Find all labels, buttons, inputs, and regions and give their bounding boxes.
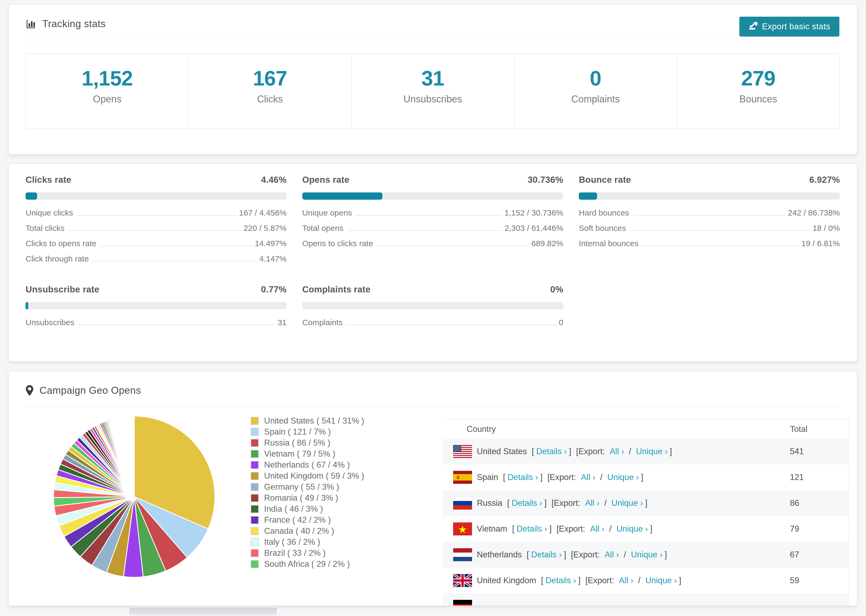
bounce-rate-value: 6.927% [809, 175, 840, 185]
table-row-spain: Spain [Details ›] [Export:All ›/Unique ›… [443, 464, 849, 490]
legend-item[interactable]: France ( 42 / 2% ) [251, 514, 364, 525]
legend-item[interactable]: Germany ( 55 / 3% ) [251, 481, 364, 492]
legend-item[interactable]: Spain ( 121 / 7% ) [251, 426, 364, 437]
legend-item[interactable]: Vietnam ( 79 / 5% ) [251, 448, 364, 459]
legend-swatch [251, 472, 259, 480]
export-all-link[interactable]: All › [585, 498, 600, 508]
geo-pie-chart [49, 412, 219, 581]
export-unique-link[interactable]: Unique › [636, 447, 668, 456]
geo-title-wrap: Campaign Geo Opens [25, 385, 141, 396]
export-unique-link[interactable]: Unique › [616, 524, 648, 534]
stat-value: 1,152 / 30.736% [505, 208, 564, 217]
legend-label: Brazil ( 33 / 2% ) [264, 548, 326, 558]
details-link[interactable]: Details › [545, 576, 576, 585]
complaints-rate-value: 0% [550, 284, 563, 295]
country-name: United States [477, 447, 527, 456]
opens-rate-block: Opens rate 30.736% Unique opens1,152 / 3… [302, 175, 564, 270]
unsubscribes-count: 31 [351, 68, 514, 89]
legend-item[interactable]: Italy ( 36 / 2% ) [251, 536, 364, 547]
legend-label: Italy ( 36 / 2% ) [264, 537, 320, 547]
export-all-link[interactable]: All › [610, 447, 624, 456]
table-row-netherlands: Netherlands [Details ›] [Export:All ›/Un… [443, 542, 849, 567]
legend-item[interactable]: United Kingdom ( 59 / 3% ) [251, 470, 364, 481]
germany-flag-icon [453, 600, 472, 606]
horizontal-scrollbar[interactable] [129, 608, 277, 615]
clicks-rate-title: Clicks rate [25, 175, 71, 185]
export-unique-link[interactable]: Unique › [607, 473, 639, 482]
legend-label: Russia ( 86 / 5% ) [264, 438, 330, 448]
legend-item[interactable]: Canada ( 40 / 2% ) [251, 525, 364, 536]
details-link[interactable]: Details › [536, 447, 567, 456]
legend-item[interactable]: Russia ( 86 / 5% ) [251, 437, 364, 448]
stat-bounces: 279 Bounces [677, 54, 839, 129]
stat-value: 220 / 5.87% [244, 224, 287, 233]
stat-label: Clicks to opens rate [25, 239, 96, 248]
country-name: Russia [477, 498, 502, 508]
legend-swatch [251, 450, 259, 458]
stat-value: 19 / 6.81% [801, 239, 840, 248]
table-row-united-kingdom: United Kingdom [Details ›] [Export:All ›… [443, 567, 849, 593]
progress-fill [579, 192, 597, 200]
export-all-link[interactable]: All › [581, 473, 595, 482]
details-link[interactable]: Details › [516, 524, 547, 534]
stats-summary-panel: 1,152 Opens 167 Clicks 31 Unsubscribes 0… [25, 53, 840, 129]
progress-fill [25, 302, 28, 310]
legend-label: Romania ( 49 / 3% ) [264, 493, 339, 503]
legend-swatch [251, 428, 259, 436]
clicks-count: 167 [189, 68, 351, 89]
legend-item[interactable]: Brazil ( 33 / 2% ) [251, 547, 364, 558]
export-all-link[interactable]: All › [605, 550, 619, 559]
tracking-stats-header: Tracking stats Export basic stats [25, 5, 840, 40]
country-total: 59 [790, 576, 799, 585]
unsubscribe-rate-block: Unsubscribe rate 0.77% Unsubscribes31 [25, 284, 287, 333]
russia-flag-icon [453, 497, 472, 509]
total-column-header: Total [790, 424, 808, 434]
legend-item[interactable]: United States ( 541 / 31% ) [251, 415, 364, 426]
details-link[interactable]: Details › [512, 498, 542, 508]
legend-swatch [251, 483, 259, 491]
opens-label: Opens [26, 94, 188, 105]
bounce-rate-title: Bounce rate [579, 175, 631, 185]
geo-legend: United States ( 541 / 31% )Spain ( 121 /… [251, 415, 364, 569]
complaints-rate-title: Complaints rate [302, 284, 371, 295]
legend-swatch [251, 461, 259, 469]
complaints-count: 0 [515, 68, 677, 89]
legend-item[interactable]: South Africa ( 29 / 2% ) [251, 558, 364, 569]
bounce-rate-progress [579, 192, 840, 200]
country-name: United Kingdom [477, 576, 536, 585]
stat-label: Hard bounces [579, 208, 629, 217]
table-row-vietnam: Vietnam [Details ›] [Export:All ›/Unique… [443, 516, 849, 542]
details-link[interactable]: Details › [531, 550, 562, 559]
legend-item[interactable]: Netherlands ( 67 / 4% ) [251, 459, 364, 470]
page-title: Tracking stats [42, 18, 106, 30]
legend-item[interactable]: India ( 46 / 3% ) [251, 503, 364, 514]
stat-value: 0 [559, 318, 564, 327]
export-all-link[interactable]: All › [590, 524, 604, 534]
export-unique-link[interactable]: Unique › [612, 498, 643, 508]
country-total: 541 [790, 447, 804, 456]
bar-chart-icon [25, 19, 36, 29]
opens-rate-value: 30.736% [527, 175, 563, 185]
export-unique-link[interactable]: Unique › [631, 550, 663, 559]
legend-swatch [251, 538, 259, 546]
clicks-label: Clicks [189, 94, 351, 105]
vietnam-flag-icon [453, 522, 472, 535]
legend-label: South Africa ( 29 / 2% ) [264, 559, 350, 569]
country-name: Spain [477, 473, 498, 482]
unsubscribe-rate-value: 0.77% [261, 284, 287, 295]
export-basic-stats-button[interactable]: Export basic stats [739, 17, 839, 36]
geo-table: Country Total United States [Details ›] … [443, 419, 849, 606]
complaints-rate-progress [302, 302, 564, 310]
united-kingdom-flag-icon [453, 574, 472, 587]
legend-item[interactable]: Romania ( 49 / 3% ) [251, 492, 364, 503]
map-marker-icon [25, 385, 34, 396]
stat-label: Click through rate [25, 254, 89, 263]
legend-label: Spain ( 121 / 7% ) [264, 427, 331, 437]
legend-swatch [251, 516, 259, 524]
export-all-link[interactable]: All › [619, 576, 633, 585]
complaints-rate-block: Complaints rate 0% Complaints0 [302, 284, 564, 333]
export-unique-link[interactable]: Unique › [645, 576, 677, 585]
details-link[interactable]: Details › [507, 473, 538, 482]
stat-label: Unique clicks [25, 208, 73, 217]
table-row-united-states: United States [Details ›] [Export:All ›/… [443, 438, 849, 464]
